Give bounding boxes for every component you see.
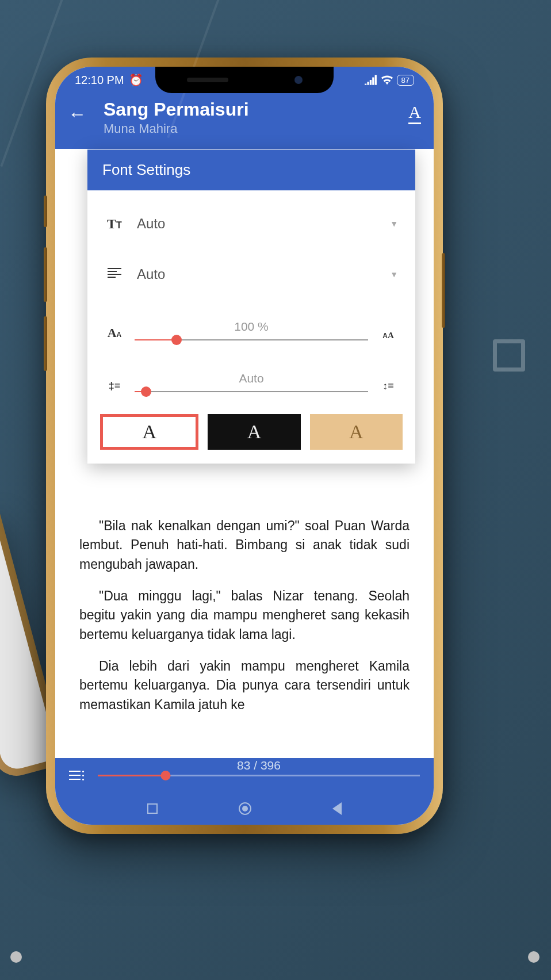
page-progress-slider[interactable]: 83 / 396 — [98, 775, 420, 776]
font-family-dropdown[interactable]: TT Auto ▼ — [100, 206, 403, 241]
overlay-square-icon — [493, 339, 525, 372]
font-size-slider-row: AA 100 % AA — [100, 313, 403, 354]
nav-home-button[interactable] — [239, 802, 251, 815]
theme-selector: A A A — [100, 406, 403, 450]
font-size-slider[interactable] — [135, 339, 368, 340]
chevron-down-icon: ▼ — [390, 270, 398, 279]
paragraph: Dia lebih dari yakin mampu mengheret Kam… — [79, 657, 410, 714]
theme-light[interactable]: A — [100, 414, 198, 450]
phone-frame: 12:10 PM ⏰ 87 ← Sang Permaisuri Muna Mah… — [46, 58, 443, 834]
chevron-down-icon: ▼ — [390, 219, 398, 228]
wifi-icon — [381, 75, 393, 85]
alignment-value: Auto — [137, 266, 377, 282]
phone-side-button — [44, 196, 47, 227]
status-time: 12:10 PM — [75, 74, 124, 87]
font-size-small-icon: AA — [105, 326, 124, 340]
reader-bottom-bar: 83 / 396 — [55, 758, 434, 793]
paragraph: "Dua minggu lagi," balas Nizar tenang. S… — [79, 587, 410, 644]
app-bar: ← Sang Permaisuri Muna Mahira A — [55, 93, 434, 149]
android-nav-bar — [55, 793, 434, 825]
phone-volume-down — [44, 316, 47, 371]
paragraph: "Bila nak kenalkan dengan umi?" soal Pua… — [79, 516, 410, 574]
signal-icon — [365, 75, 377, 85]
panel-heading: Font Settings — [87, 150, 415, 190]
nav-recent-button[interactable] — [147, 803, 158, 814]
phone-notch — [155, 67, 334, 93]
line-spacing-slider-row: ‡≡ Auto ↕≡ — [100, 365, 403, 406]
align-left-icon — [105, 266, 124, 283]
book-author: Muna Mahira — [104, 121, 391, 136]
font-size-large-icon: AA — [378, 331, 398, 340]
font-family-icon: TT — [105, 216, 124, 232]
alignment-dropdown[interactable]: Auto ▼ — [100, 257, 403, 292]
book-title: Sang Permaisuri — [104, 99, 391, 120]
line-spacing-decrease-icon: ‡≡ — [105, 380, 124, 392]
table-of-contents-button[interactable] — [69, 771, 84, 780]
theme-sepia[interactable]: A — [310, 414, 403, 450]
nav-back-button[interactable] — [332, 802, 342, 815]
line-spacing-slider[interactable] — [135, 391, 368, 392]
page-indicator: 83 / 396 — [237, 759, 281, 772]
line-spacing-increase-icon: ↕≡ — [378, 380, 398, 392]
back-button[interactable]: ← — [68, 104, 86, 125]
screen: 12:10 PM ⏰ 87 ← Sang Permaisuri Muna Mah… — [55, 67, 434, 825]
line-spacing-label: Auto — [135, 372, 368, 385]
phone-power-button — [442, 253, 445, 328]
font-settings-button[interactable]: A — [408, 102, 421, 124]
alarm-icon: ⏰ — [129, 73, 143, 87]
carousel-dot — [528, 951, 539, 963]
font-size-label: 100 % — [135, 320, 368, 334]
theme-dark[interactable]: A — [208, 414, 300, 450]
carousel-dot — [10, 951, 22, 963]
phone-volume-up — [44, 247, 47, 302]
font-settings-panel: Font Settings TT Auto ▼ Auto ▼ AA 100 % — [87, 150, 415, 464]
battery-indicator: 87 — [397, 75, 414, 86]
font-family-value: Auto — [137, 216, 377, 232]
